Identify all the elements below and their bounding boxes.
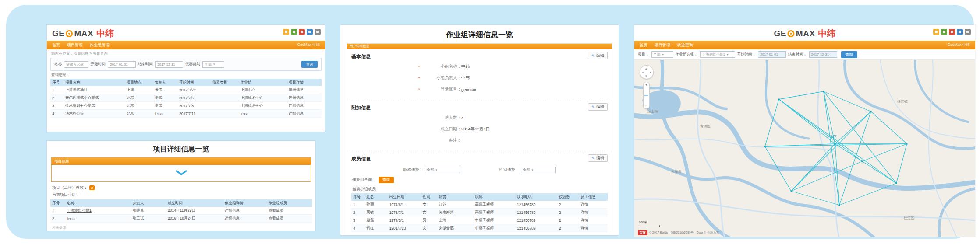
required-mark: * [417,64,421,69]
controller-icon[interactable] [957,29,963,35]
zoom-in-button[interactable]: + [645,83,647,87]
gnss-icon[interactable] [941,29,947,35]
software-icon[interactable] [315,29,321,35]
end-date-input[interactable]: 2017-12-31 [809,51,837,58]
group-query-button[interactable]: 查询 [379,177,394,183]
edit-label: 编辑 [596,155,604,161]
detail-link[interactable]: 详细信息 [287,102,322,110]
pan-up-icon[interactable] [645,67,647,70]
nav-item-groups[interactable]: 作业组管理 [90,42,110,48]
edit-basic-button[interactable]: 编辑 [588,52,608,59]
breadcrumb: 您所在位置：项目信息 > 项目查询 [47,49,325,58]
nav-item-projects[interactable]: 项目管理 [67,42,83,48]
group-name-link[interactable]: 上海测绘小组1 [65,207,131,215]
member-detail-link[interactable]: 详情 [579,224,608,232]
geomax-logo: GE MAX 中纬 [774,28,835,39]
cell-name: leica [65,215,131,223]
pan-right-icon[interactable] [650,71,651,74]
total-station-icon[interactable] [933,29,939,35]
edit-extra-button[interactable]: 编辑 [588,103,608,111]
cell-group: 上海技术中心 [239,102,287,110]
zoom-control[interactable]: + − [643,82,650,109]
cell-no: 3 [50,102,64,110]
project-total-badge: 2 [89,185,95,190]
pan-left-icon[interactable] [642,71,644,74]
table-row: 4 演示办公等 北京 leica 2017/7/11 leica 详细信息 [50,110,322,118]
logo-text-cn: 中纬 [96,28,114,39]
detail-link[interactable]: 详细信息 [287,86,322,94]
instrument-select[interactable]: 全部 [202,61,224,68]
pan-control[interactable] [640,65,654,79]
detail-link[interactable]: 详细信息 [223,207,267,215]
member-detail-link[interactable]: 详情 [579,201,608,209]
title-select[interactable]: 全部 [425,167,460,173]
gender-select[interactable]: 全部 [521,167,556,173]
end-date-input[interactable]: 2017-12-31 [155,61,183,68]
level-icon[interactable] [299,29,305,35]
members-link[interactable]: 查看成员 [267,215,312,223]
gnss-icon[interactable] [291,29,297,35]
edit-label: 编辑 [596,53,604,59]
table-row: 3 技术培训中心测试 北京 测试 2017/7/8 上海技术中心 详细信息 [50,102,322,110]
table-row: 4 钱红 1981/7/23 女 安徽合肥 中级工程师 121456789 2 … [351,224,608,232]
cell-type [211,94,239,102]
cell-type [211,86,239,94]
map-label: 青浦区 [700,124,711,129]
map-query-button[interactable]: 查询 [841,51,857,58]
page-title: 项目详细信息一览 [47,141,315,157]
nav-item-home[interactable]: 首页 [52,42,60,48]
end-date-label: 结束时间 [138,62,153,67]
current-members-label: 当前小组成员 [351,185,608,193]
cell-owner: 张伟 [153,86,177,94]
table-row: 3 赵磊 1979/5/1 男 上海 中级工程师 121456789 2 详情 [351,216,608,224]
map-label: 淀山湖 [647,109,658,114]
geomax-target-icon [788,30,795,37]
map-canvas[interactable]: 淀山湖 青浦区 朱家角 徐泾镇 松江区 测区 + − 200米 百度 © 201… [634,60,975,237]
detail-link[interactable]: 详细信息 [223,215,267,223]
required-mark: * [417,87,421,92]
name-label: 名称 [54,62,62,67]
controller-icon[interactable] [307,29,313,35]
gender-filter: 性别选择： 全部 [499,167,556,173]
member-detail-link[interactable]: 详情 [579,209,608,216]
header-icons [933,29,971,35]
map-scale: 200米 [639,220,660,227]
expand-toggle[interactable] [52,165,311,181]
member-detail-link[interactable]: 详情 [579,216,608,224]
panel-workgroup-detail: 作业组详细信息一览 用户详细信息 基本信息 编辑 * 小组名称： 中纬 * 小组… [340,25,619,235]
cell-place: 上海 [125,86,153,94]
detail-link[interactable]: 详细信息 [287,110,322,118]
map-label: 徐泾镇 [897,99,908,104]
cell-type [211,110,239,118]
table-header-row: 序号 项目名称 项目地点 负责人 开始时间 仪器类别 作业组 项目详情 [50,79,322,86]
nav-item-tracks[interactable]: 轨迹查询 [677,42,693,48]
nav-item-home[interactable]: 首页 [640,42,647,48]
logo-text-ge: GE [52,29,64,38]
software-icon[interactable] [965,29,971,35]
scale-line [639,225,660,227]
search-button[interactable]: 查询 [301,61,318,68]
total-station-icon[interactable] [283,29,289,35]
nav-item-projects[interactable]: 项目管理 [655,42,670,48]
navbar: 首页 项目管理 轨迹查询 GeoMax 中纬 [634,41,975,49]
nav-user-label: GeoMax 中纬 [948,42,970,48]
project-select[interactable]: 全部 [651,51,673,58]
members-table: 序号 姓名 出生日期 性别 籍贯 职称 联系电话 仪器数 员工信息 1 孙丽 1… [351,193,608,232]
section-label: 基本信息 [351,54,371,59]
logo-text-max: MAX [796,29,815,38]
edit-members-button[interactable]: 编辑 [588,154,608,162]
cell-no: 2 [50,94,64,102]
zoom-slider[interactable] [644,95,648,96]
group-select[interactable]: 上海测绘小组1 [700,51,735,58]
cell-owner: 张工试 [131,215,166,223]
level-icon[interactable] [949,29,955,35]
detail-link[interactable]: 详细信息 [287,94,322,102]
pan-down-icon[interactable] [645,74,647,77]
project-name-input[interactable]: 请输入名称 [64,61,88,68]
start-date-input[interactable]: 2017-01-01 [108,61,136,68]
zoom-out-button[interactable]: − [645,104,647,108]
start-date-input[interactable]: 2017-01-01 [758,51,786,58]
end-date-label: 结束时间： [788,52,807,57]
members-link[interactable]: 查看成员 [267,207,312,215]
cell-no: 4 [50,110,64,118]
